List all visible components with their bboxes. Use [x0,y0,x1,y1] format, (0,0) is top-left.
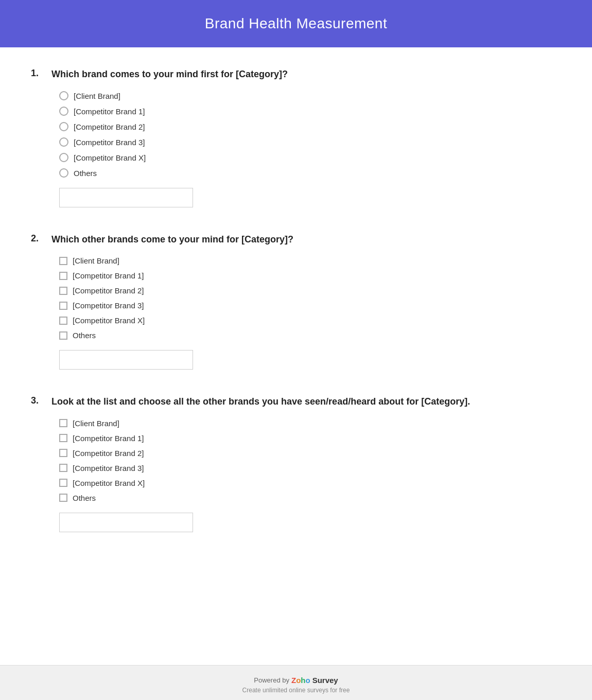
list-item: Others [59,494,561,502]
question-1-text: Which brand comes to your mind first for… [51,68,288,81]
option-label: [Competitor Brand 1] [74,107,145,116]
option-label: [Competitor Brand 2] [73,449,144,458]
option-label: [Client Brand] [73,256,119,265]
checkbox-q2-comp1[interactable] [59,272,67,280]
list-item: [Competitor Brand 2] [59,122,561,131]
list-item: [Competitor Brand 2] [59,449,561,458]
question-1: 1. Which brand comes to your mind first … [31,68,561,207]
option-label: [Competitor Brand 3] [73,301,144,310]
list-item: [Client Brand] [59,256,561,265]
radio-q1-comp2[interactable] [59,122,68,131]
option-label: [Competitor Brand 1] [73,271,144,280]
powered-by-label: Powered by [254,676,289,684]
list-item: [Competitor Brand X] [59,479,561,487]
list-item: [Competitor Brand 3] [59,301,561,310]
radio-q1-others[interactable] [59,168,68,178]
option-label: Others [74,169,97,178]
question-1-options: [Client Brand] [Competitor Brand 1] [Com… [31,91,561,207]
option-label: [Competitor Brand X] [73,316,145,325]
option-label: Others [73,494,96,502]
list-item: [Competitor Brand X] [59,316,561,325]
question-1-other-input[interactable] [59,188,193,207]
option-label: [Competitor Brand X] [74,153,146,162]
page-title: Brand Health Measurement [10,15,582,32]
footer-tagline: Create unlimited online surveys for free [10,687,582,694]
list-item: Others [59,168,561,178]
option-label: [Competitor Brand X] [73,479,145,487]
option-label: [Client Brand] [73,419,119,428]
zoho-z: Z [291,676,296,685]
checkbox-q2-others[interactable] [59,331,67,340]
question-3: 3. Look at the list and choose all the o… [31,395,561,532]
radio-q1-comp3[interactable] [59,137,68,147]
list-item: [Competitor Brand 1] [59,434,561,443]
question-2: 2. Which other brands come to your mind … [31,233,561,370]
checkbox-q2-client[interactable] [59,257,67,265]
checkbox-q2-comp2[interactable] [59,287,67,295]
checkbox-q2-comp3[interactable] [59,302,67,310]
option-label: [Client Brand] [74,92,120,100]
checkbox-q3-others[interactable] [59,494,67,502]
zoho-o1: o [296,676,301,685]
checkbox-q3-comp2[interactable] [59,449,67,457]
footer-powered-by: Powered by Zoho Survey [10,676,582,685]
radio-q1-comp1[interactable] [59,107,68,116]
list-item: [Competitor Brand 3] [59,464,561,472]
main-content: 1. Which brand comes to your mind first … [0,47,592,665]
option-label: Others [73,331,96,340]
header: Brand Health Measurement [0,0,592,47]
list-item: [Competitor Brand 2] [59,286,561,295]
question-2-number: 2. [31,233,51,244]
option-label: [Competitor Brand 2] [73,286,144,295]
list-item: Others [59,331,561,340]
checkbox-q3-compx[interactable] [59,479,67,487]
question-3-other-input[interactable] [59,513,193,532]
list-item: [Competitor Brand 1] [59,271,561,280]
list-item: [Competitor Brand X] [59,153,561,162]
question-2-other-input[interactable] [59,350,193,370]
option-label: [Competitor Brand 1] [73,434,144,443]
radio-q1-client[interactable] [59,91,68,100]
question-2-options: [Client Brand] [Competitor Brand 1] [Com… [31,256,561,370]
list-item: [Competitor Brand 3] [59,137,561,147]
question-3-text: Look at the list and choose all the othe… [51,395,470,408]
question-3-options: [Client Brand] [Competitor Brand 1] [Com… [31,419,561,532]
question-1-number: 1. [31,68,51,79]
question-3-number: 3. [31,395,51,406]
zoho-h: h [301,676,305,685]
question-2-text: Which other brands come to your mind for… [51,233,293,246]
option-label: [Competitor Brand 2] [74,122,145,131]
footer: Powered by Zoho Survey Create unlimited … [0,665,592,700]
list-item: [Client Brand] [59,419,561,428]
checkbox-q2-compx[interactable] [59,317,67,325]
survey-text: Survey [312,676,338,685]
list-item: [Client Brand] [59,91,561,100]
list-item: [Competitor Brand 1] [59,107,561,116]
option-label: [Competitor Brand 3] [74,138,145,147]
zoho-o2: o [305,676,310,685]
option-label: [Competitor Brand 3] [73,464,144,472]
zoho-logo: Zoho [291,676,310,685]
radio-q1-compx[interactable] [59,153,68,162]
checkbox-q3-comp1[interactable] [59,434,67,442]
checkbox-q3-client[interactable] [59,419,67,427]
checkbox-q3-comp3[interactable] [59,464,67,472]
